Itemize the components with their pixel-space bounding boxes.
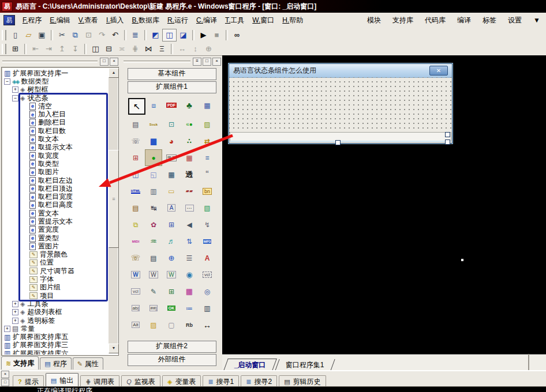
form-close-button[interactable]: ✕ bbox=[429, 66, 448, 76]
selection-handle[interactable] bbox=[445, 132, 450, 137]
menu-right-item[interactable]: ▼ bbox=[528, 14, 546, 26]
tree-expand-toggle[interactable] bbox=[12, 95, 18, 101]
left-panel-tab[interactable]: ✎ 属性 bbox=[73, 357, 103, 370]
newsgroup-icon[interactable]: ▦ bbox=[199, 97, 216, 114]
scatter-chart-icon[interactable]: ∴ bbox=[181, 133, 198, 149]
green-dot-icon[interactable]: «● bbox=[181, 116, 198, 133]
document-tab[interactable]: 窗口程序集1 bbox=[275, 359, 335, 371]
tree-item[interactable]: 尺寸调节器 bbox=[2, 267, 107, 275]
speech-bubble-icon[interactable]: “ bbox=[199, 166, 216, 183]
document-tab[interactable]: _启动窗口 bbox=[223, 359, 276, 371]
doc-clock-icon[interactable]: ▤ bbox=[127, 116, 144, 133]
mp3-icon[interactable]: MP3 bbox=[199, 233, 216, 250]
rb-slider-icon[interactable]: Rb bbox=[181, 316, 198, 333]
tree-expand-toggle[interactable] bbox=[4, 78, 10, 85]
rich-doc-icon[interactable]: A bbox=[163, 199, 180, 216]
statusbar-control[interactable] bbox=[230, 132, 451, 142]
green-ball-icon[interactable]: ● bbox=[145, 149, 162, 166]
stop-icon[interactable]: ■ bbox=[210, 29, 223, 41]
tree-expand-toggle[interactable] bbox=[4, 326, 10, 332]
center-vertical-icon[interactable]: ⊟ bbox=[102, 43, 115, 55]
space-horizontal-icon[interactable]: ⋈ bbox=[142, 43, 155, 55]
left-panel-tab[interactable]: ▤ 程序 bbox=[40, 357, 71, 370]
palette-category-button[interactable]: 扩展组件2 bbox=[128, 341, 216, 353]
selection-handle[interactable] bbox=[335, 140, 341, 145]
window-split-icon[interactable]: ◫ bbox=[127, 166, 144, 183]
transparent-icon[interactable]: 透 bbox=[181, 166, 198, 183]
check-list-icon[interactable]: ≔ bbox=[181, 300, 198, 316]
menu-right-item[interactable]: 代码库 bbox=[419, 14, 451, 27]
cut-icon[interactable]: ✂ bbox=[55, 29, 69, 41]
table-sync-icon[interactable]: ⊞ bbox=[127, 149, 144, 166]
flowchart-icon[interactable]: ⧈ bbox=[145, 97, 162, 114]
phone-cn-icon[interactable]: ☏ bbox=[127, 250, 144, 266]
tree-expand-toggle[interactable] bbox=[12, 301, 18, 307]
menu-right-item[interactable]: 模块 bbox=[361, 14, 387, 27]
tree-item[interactable]: 树型框 bbox=[2, 86, 107, 94]
waveform-icon[interactable]: ♒ bbox=[145, 233, 162, 250]
palette-category-button[interactable]: 扩展组件1 bbox=[128, 81, 216, 93]
panel-close-button[interactable]: × bbox=[212, 58, 221, 66]
cd-music-icon[interactable]: ♬ bbox=[163, 233, 180, 250]
server-icon[interactable]: ▥ bbox=[145, 183, 162, 199]
word-window-icon[interactable]: W bbox=[127, 266, 144, 283]
selection-handle[interactable] bbox=[445, 140, 450, 145]
menu-item[interactable]: E.编辑 bbox=[46, 14, 74, 27]
table-e-icon[interactable]: ⊞ bbox=[163, 216, 180, 233]
menu-item[interactable]: I.插入 bbox=[102, 14, 128, 27]
folder-icon[interactable]: ▭ bbox=[163, 183, 180, 199]
color-bar-icon[interactable]: ▰▰ bbox=[181, 183, 198, 199]
open-file-icon[interactable]: ▱ bbox=[22, 29, 35, 41]
tree-expand-toggle[interactable] bbox=[12, 318, 18, 324]
jiazi-icon[interactable]: 甲子 bbox=[163, 149, 180, 166]
vcl-box-icon[interactable]: vcl bbox=[127, 283, 144, 300]
find-text-icon[interactable]: ≣ bbox=[129, 29, 142, 41]
bottom-panel-tab[interactable]: ≣ 搜寻2 bbox=[241, 375, 277, 387]
align-left-icon[interactable]: ⇤ bbox=[29, 43, 42, 55]
magnify-a-icon[interactable]: ◎ bbox=[199, 283, 216, 300]
tree-item[interactable]: 扩展界面支持库一 bbox=[2, 69, 107, 77]
copy-icon[interactable]: ⧉ bbox=[69, 29, 82, 41]
stretch-height-icon[interactable]: ↕ bbox=[189, 43, 202, 55]
panel-drag-handle[interactable] bbox=[2, 61, 98, 63]
menu-item[interactable]: C.编译 bbox=[192, 14, 221, 27]
scroll-down-button[interactable]: ▼ bbox=[109, 344, 119, 353]
word-pic-icon[interactable]: W bbox=[163, 266, 180, 283]
cursor-icon[interactable]: ↖ bbox=[128, 98, 145, 115]
bottom-panel-tab[interactable]: ? 提示 bbox=[13, 375, 44, 387]
device-clock-icon[interactable]: ☏ bbox=[127, 133, 144, 149]
layers-icon[interactable]: ⧉ bbox=[127, 216, 144, 233]
menu-item[interactable]: F.程序 bbox=[18, 14, 46, 27]
fader-icon[interactable]: ⇅ bbox=[181, 233, 198, 250]
toolbar-grip[interactable] bbox=[2, 30, 6, 40]
tree-scrollbar[interactable]: ▲ ≡ ▼ bbox=[109, 68, 118, 353]
panel-maximize-button[interactable]: □ bbox=[203, 58, 211, 66]
panel-menu-button[interactable]: ≡ bbox=[193, 58, 201, 66]
socket-icon[interactable]: Sock bbox=[145, 116, 162, 133]
new-file-icon[interactable]: ▯ bbox=[9, 29, 22, 41]
tree-item[interactable]: 项目 bbox=[2, 292, 107, 300]
calendar-icon[interactable]: ▦ bbox=[181, 149, 198, 166]
align-top-icon[interactable]: ↥ bbox=[55, 43, 69, 55]
redo-icon[interactable]: ↷ bbox=[95, 29, 109, 41]
picture-icon[interactable]: ▧ bbox=[199, 199, 216, 216]
tree-item[interactable]: 扩展界面支持库六 bbox=[2, 349, 107, 355]
undo-icon[interactable]: ↶ bbox=[109, 29, 122, 41]
list-pen-icon[interactable]: ✎ bbox=[145, 283, 162, 300]
tree-list-icon[interactable]: ≡ bbox=[199, 149, 216, 166]
tree-item[interactable]: 数据类型 bbox=[2, 77, 107, 85]
run-icon[interactable]: ▶ bbox=[197, 29, 210, 41]
listbox-icon[interactable]: ▤ bbox=[145, 250, 162, 266]
grid-sheet-icon[interactable]: ▦ bbox=[163, 166, 180, 183]
mixer-icon[interactable]: ↯ bbox=[199, 216, 216, 233]
bottom-panel-tab[interactable]: ⋕ 调用表 bbox=[80, 375, 119, 387]
bottom-panel-tab[interactable]: ◈ 变量表 bbox=[162, 375, 201, 387]
color-grid-icon[interactable]: ▦ bbox=[181, 283, 198, 300]
stretch-width-icon[interactable]: ↔ bbox=[175, 43, 189, 55]
bottom-panel-close-button[interactable]: × bbox=[1, 371, 9, 378]
word-doc-icon[interactable]: W bbox=[145, 266, 162, 283]
turtle-icon[interactable]: ♣ bbox=[181, 97, 198, 114]
align-bottom-icon[interactable]: ↧ bbox=[69, 43, 82, 55]
align-right-icon[interactable]: ⇥ bbox=[42, 43, 55, 55]
layout-left-panel-icon[interactable]: ◩ bbox=[149, 29, 162, 41]
